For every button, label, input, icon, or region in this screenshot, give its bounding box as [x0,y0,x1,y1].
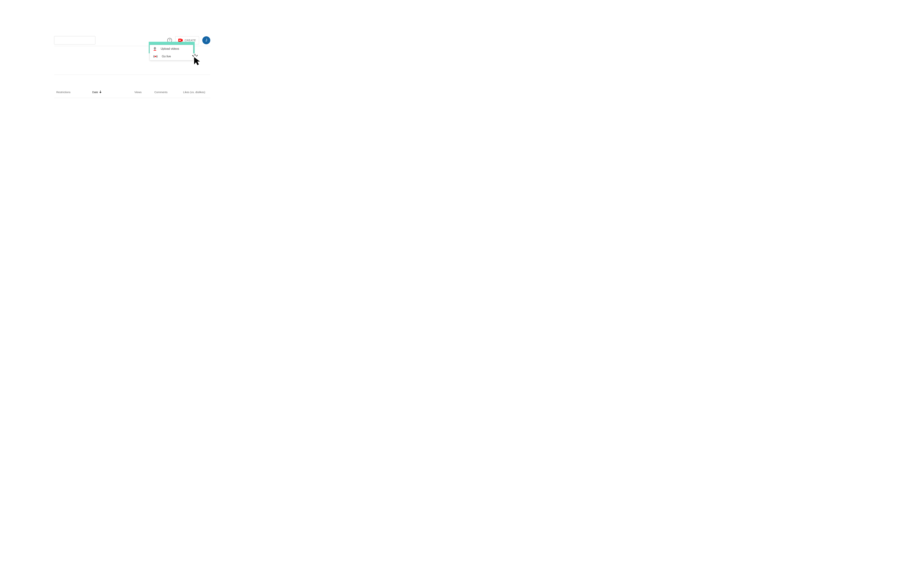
column-label: Restrictions [56,90,71,94]
column-views[interactable]: Views [134,90,155,94]
cursor-click-indicator [192,54,201,67]
svg-line-9 [196,55,197,56]
svg-rect-3 [179,40,181,40]
svg-line-8 [192,55,194,56]
svg-marker-10 [194,57,200,65]
create-button-label: CREATE [185,39,196,42]
svg-point-6 [155,56,156,57]
dropdown-item-upload[interactable]: Upload videos [150,45,193,53]
avatar[interactable]: J [202,36,210,44]
table-header-row: Restrictions Date Views Comments Likes (… [54,86,210,98]
svg-line-7 [195,54,195,56]
column-label: Date [92,90,98,94]
svg-marker-4 [153,47,156,50]
dropdown-item-label: Upload videos [161,47,179,50]
sort-down-icon [99,90,102,94]
column-date[interactable]: Date [92,90,134,94]
help-icon: ? [169,39,171,42]
create-dropdown: Upload videos Go live [150,45,193,60]
live-icon [153,55,158,58]
column-label: Comments [155,90,167,94]
search-input[interactable] [54,36,95,45]
dropdown-item-golive[interactable]: Go live [150,53,193,60]
column-label: Views [134,90,142,94]
avatar-letter: J [205,38,207,42]
svg-marker-1 [182,39,183,42]
create-camera-icon [178,39,183,42]
column-label: Likes (vs. dislikes) [183,90,205,94]
upload-icon [153,47,157,51]
column-comments[interactable]: Comments [155,90,180,94]
column-likes[interactable]: Likes (vs. dislikes) [180,90,210,94]
svg-rect-5 [154,50,156,51]
column-restrictions[interactable]: Restrictions [56,90,92,94]
dropdown-item-label: Go live [162,55,171,58]
